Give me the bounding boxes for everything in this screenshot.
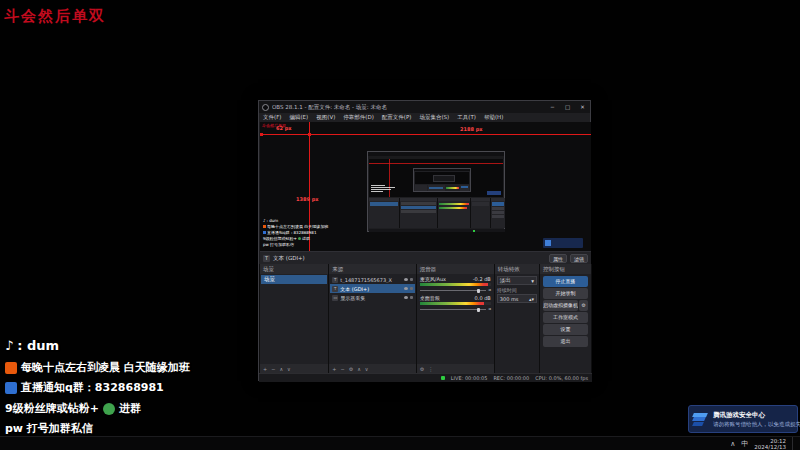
lock-icon[interactable] bbox=[410, 287, 413, 290]
stream-health-icon bbox=[441, 376, 445, 380]
show-desktop-button[interactable] bbox=[792, 437, 795, 450]
scene-down-button[interactable]: ∨ bbox=[287, 366, 291, 372]
volume-meter bbox=[420, 283, 491, 286]
channel-name: 桌面音频 bbox=[420, 295, 440, 301]
mixer-gear-icon[interactable]: ⚙ bbox=[420, 366, 424, 372]
menu-help[interactable]: 帮助(H) bbox=[480, 113, 507, 122]
live-timer: LIVE: 00:00:05 bbox=[451, 375, 488, 381]
stop-streaming-button[interactable]: 停止直播 bbox=[543, 276, 588, 287]
speaker-icon[interactable]: ◄ bbox=[488, 307, 491, 311]
spinner-arrows-icon[interactable]: ▴▾ bbox=[529, 296, 534, 302]
captured-frog-icon bbox=[298, 237, 301, 240]
desktop: 斗会然后单双 ♪ : dum 每晚十点左右到凌晨 白天随缘加班 直播通知q群：8… bbox=[0, 0, 800, 450]
clock-date: 2024/12/13 bbox=[754, 444, 786, 450]
menu-scene-collection[interactable]: 场景集合(S) bbox=[415, 113, 453, 122]
mixer-dock-title: 混音器 bbox=[417, 264, 494, 274]
visibility-eye-icon[interactable] bbox=[404, 296, 408, 299]
text-source-icon: T bbox=[263, 255, 270, 262]
start-virtual-camera-button[interactable]: 启动虚拟摄像机 bbox=[543, 300, 578, 311]
remove-scene-button[interactable]: − bbox=[271, 366, 275, 372]
lock-icon[interactable] bbox=[410, 296, 413, 299]
overlay-group-line: 直播通知q群：832868981 bbox=[5, 380, 164, 395]
captured-statusbar bbox=[369, 229, 505, 232]
speaker-icon[interactable]: ◄ bbox=[488, 288, 491, 292]
filters-button[interactable]: 滤镜 bbox=[570, 254, 588, 263]
menu-docks[interactable]: 停靠部件(D) bbox=[339, 113, 378, 122]
width-measure-label: 2188 px bbox=[460, 126, 482, 132]
add-scene-button[interactable]: + bbox=[263, 366, 267, 372]
minimize-button[interactable]: ─ bbox=[545, 101, 560, 113]
overlay-schedule-text: 每晚十点左右到凌晨 白天随缘加班 bbox=[21, 360, 190, 375]
mixer-more-icon[interactable]: ⋮ bbox=[428, 366, 433, 372]
lock-icon[interactable] bbox=[410, 278, 413, 281]
captured-group-text: 直播通知q群：832868981 bbox=[267, 230, 316, 235]
source-item[interactable]: T t_1487171565673_X bbox=[330, 275, 415, 284]
tray-expand-icon[interactable]: ∧ bbox=[730, 437, 735, 450]
source-name: 文本 (GDI+) bbox=[340, 286, 402, 292]
start-recording-button[interactable]: 开始录制 bbox=[543, 288, 588, 299]
menu-view[interactable]: 视图(V) bbox=[312, 113, 339, 122]
sources-toolbar: + − ⚙ ∧ ∨ bbox=[329, 364, 416, 373]
preview-canvas[interactable]: 斗会然后单双 62 px 2188 px 1389 px bbox=[260, 122, 591, 251]
menu-profile[interactable]: 配置文件(P) bbox=[378, 113, 416, 122]
captured-obs-window-level3 bbox=[433, 175, 455, 182]
frog-icon bbox=[103, 403, 115, 415]
captured-toast-level2 bbox=[487, 191, 501, 195]
captured-overlay-lines: ♪: dum 每晚十点左右到凌晨 白天随缘加班 直播通知q群：832868981… bbox=[263, 217, 328, 247]
volume-slider[interactable] bbox=[420, 309, 486, 310]
menu-edit[interactable]: 编辑(E) bbox=[285, 113, 312, 122]
captured-fans-prefix: 9级粉丝牌或钻粉+ bbox=[263, 236, 297, 241]
source-up-button[interactable]: ∧ bbox=[357, 366, 361, 372]
settings-button[interactable]: 设置 bbox=[543, 324, 588, 335]
volume-meter bbox=[420, 302, 491, 305]
source-down-button[interactable]: ∨ bbox=[365, 366, 369, 372]
tencent-security-toast[interactable]: 腾讯游戏安全中心 请勿将账号借给他人，以免造成损失 bbox=[688, 405, 798, 433]
tencent-logo-icon bbox=[693, 413, 709, 426]
captured-obs-window bbox=[367, 151, 505, 232]
taskbar-clock[interactable]: 20:12 2024/12/13 bbox=[754, 438, 786, 450]
menu-tools[interactable]: 工具(T) bbox=[453, 113, 480, 122]
overlay-contact-line: pw 打号加群私信 bbox=[5, 421, 93, 436]
overlay-music-handle: : dum bbox=[17, 338, 59, 353]
toast-title: 腾讯游戏安全中心 bbox=[713, 411, 800, 420]
duration-spinner[interactable]: 300 ms ▴▾ bbox=[497, 294, 537, 303]
selected-source-name: 文本 (GDI+) bbox=[273, 255, 305, 262]
captured-contact-text: pw 打号加群私信 bbox=[263, 242, 294, 247]
maximize-button[interactable]: □ bbox=[560, 101, 575, 113]
transform-handle[interactable] bbox=[260, 133, 263, 136]
offset-measure-label: 62 px bbox=[276, 125, 292, 131]
virtual-camera-gear-icon[interactable]: ⚙ bbox=[579, 300, 588, 311]
captured-transitions-panel bbox=[471, 198, 490, 228]
taskbar: ∧ 中 20:12 2024/12/13 bbox=[0, 436, 800, 450]
transitions-dock-title: 转场特效 bbox=[495, 264, 539, 274]
close-button[interactable]: ✕ bbox=[575, 101, 590, 113]
transition-select[interactable]: 淡出 ▾ bbox=[497, 276, 537, 285]
studio-mode-button[interactable]: 工作室模式 bbox=[543, 312, 588, 323]
transform-handle[interactable] bbox=[308, 133, 311, 136]
visibility-eye-icon[interactable] bbox=[404, 278, 408, 281]
scene-item[interactable]: 场景 bbox=[261, 275, 327, 284]
obs-titlebar[interactable]: OBS 28.1.1 - 配置文件: 未命名 - 场景: 未命名 ─ □ ✕ bbox=[259, 101, 590, 113]
captured-preview bbox=[369, 159, 503, 197]
overlay-schedule-line: 每晚十点左右到凌晨 白天随缘加班 bbox=[5, 360, 190, 375]
captured-megaphone-icon bbox=[263, 225, 266, 228]
exit-button[interactable]: 退出 bbox=[543, 336, 588, 347]
remove-source-button[interactable]: − bbox=[340, 366, 344, 372]
source-properties-gear-icon[interactable]: ⚙ bbox=[349, 366, 353, 372]
ime-indicator[interactable]: 中 bbox=[741, 437, 748, 450]
properties-button[interactable]: 属性 bbox=[549, 254, 567, 263]
source-item[interactable]: ▭ 显示器采集 bbox=[330, 293, 415, 302]
qq-group-icon bbox=[5, 382, 17, 394]
captured-fans-suffix: 进群 bbox=[302, 236, 310, 241]
source-item[interactable]: T 文本 (GDI+) bbox=[330, 284, 415, 293]
toast-message: 请勿将账号借给他人，以免造成损失 bbox=[713, 421, 800, 428]
height-measure-label: 1389 px bbox=[296, 196, 318, 202]
volume-slider[interactable] bbox=[420, 290, 486, 291]
visibility-eye-icon[interactable] bbox=[404, 287, 408, 290]
menu-file[interactable]: 文件(F) bbox=[259, 113, 285, 122]
scene-up-button[interactable]: ∧ bbox=[279, 366, 283, 372]
captured-toast bbox=[543, 238, 583, 248]
captured-panel bbox=[460, 185, 469, 191]
add-source-button[interactable]: + bbox=[332, 366, 336, 372]
captured-docks-level2 bbox=[415, 185, 469, 191]
